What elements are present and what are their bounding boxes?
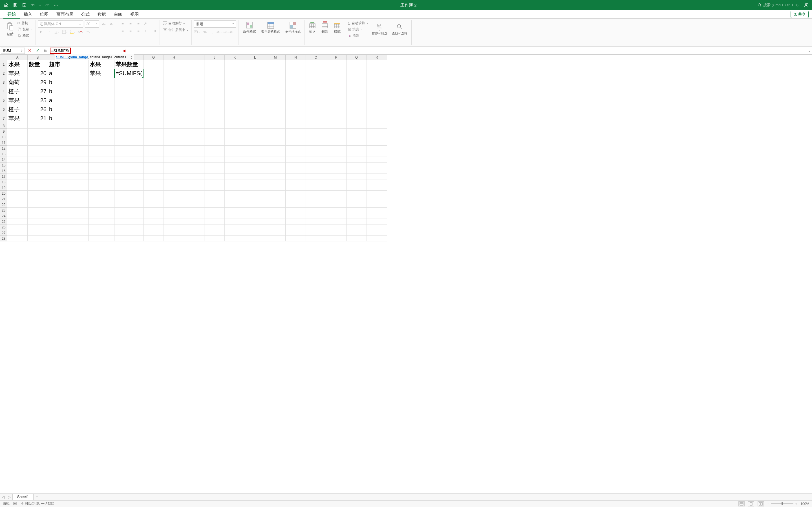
cut-button[interactable]: ✂剪切 [17,20,33,26]
cell[interactable] [306,105,326,114]
cell[interactable] [326,196,346,202]
col-header[interactable]: R [366,55,387,60]
cell[interactable] [366,213,387,219]
cell[interactable] [245,236,265,241]
fill-button[interactable]: 填充⌄ [347,26,369,32]
cell[interactable] [285,69,306,78]
cell[interactable] [245,219,265,224]
row-header[interactable]: 14 [0,157,7,163]
cell[interactable] [285,114,306,123]
cell[interactable] [204,230,224,236]
cell[interactable] [7,163,28,168]
cell[interactable] [68,213,89,219]
sort-filter-button[interactable]: 排序和筛选 [370,20,389,38]
cell[interactable] [224,78,245,87]
cell[interactable] [7,196,28,202]
cell[interactable] [265,78,285,87]
cell[interactable] [346,87,366,96]
cell[interactable] [68,105,89,114]
cell[interactable] [68,151,89,157]
col-header[interactable]: B [28,55,48,60]
decrease-decimal-icon[interactable]: .0→.00 [225,29,232,35]
cell[interactable] [224,202,245,208]
font-size-select[interactable]: 20⌄ [85,20,99,27]
cell[interactable] [143,87,163,96]
decrease-indent-icon[interactable]: ⇤ [143,27,149,34]
cell[interactable]: 苹果数量 [114,60,144,69]
cell[interactable]: 21 [28,114,48,123]
cell[interactable] [48,174,68,179]
cell[interactable] [48,129,68,134]
cell[interactable] [143,230,163,236]
tab-review[interactable]: 审阅 [110,10,126,18]
cell[interactable] [306,191,326,196]
cell[interactable] [245,60,265,69]
cell[interactable] [346,236,366,241]
cell[interactable] [265,105,285,114]
cell[interactable] [89,140,114,146]
cell[interactable] [366,219,387,224]
cell[interactable] [143,114,163,123]
cell[interactable] [306,96,326,105]
cell[interactable] [89,219,114,224]
cell[interactable] [143,179,163,185]
cell[interactable] [184,123,204,129]
cell[interactable] [245,163,265,168]
tab-draw[interactable]: 绘图 [36,10,52,18]
cell[interactable] [204,134,224,140]
cell[interactable] [346,96,366,105]
cell[interactable] [366,60,387,69]
cell[interactable] [89,123,114,129]
cell[interactable] [7,146,28,151]
cell[interactable] [163,230,184,236]
cell[interactable] [326,185,346,191]
cell[interactable] [68,224,89,230]
row-header[interactable]: 2 [0,69,7,78]
cell[interactable] [346,129,366,134]
cell[interactable] [326,174,346,179]
align-bottom-icon[interactable]: ≡ [135,20,142,26]
cell[interactable]: a [48,96,68,105]
cell[interactable] [366,151,387,157]
align-top-icon[interactable]: ≡ [119,20,126,26]
cell[interactable] [326,157,346,163]
more-icon[interactable]: ⋯ [52,2,59,8]
cell[interactable] [163,105,184,114]
cell[interactable] [163,78,184,87]
cell[interactable] [265,96,285,105]
row-header[interactable]: 23 [0,208,7,213]
comma-icon[interactable]: , [210,29,216,35]
cell[interactable]: =SUMIFS( [114,69,144,78]
font-name-select[interactable]: 思源黑体 CN⌄ [38,20,83,27]
cell[interactable] [326,236,346,241]
cell[interactable] [326,123,346,129]
cell[interactable] [163,202,184,208]
cell[interactable] [7,174,28,179]
row-header[interactable]: 19 [0,185,7,191]
cell[interactable] [143,140,163,146]
cell[interactable] [326,224,346,230]
cell[interactable] [89,191,114,196]
cell[interactable] [89,168,114,174]
cell[interactable] [366,114,387,123]
col-header[interactable]: I [184,55,204,60]
cell[interactable] [306,202,326,208]
cell[interactable] [114,151,144,157]
cell[interactable] [245,208,265,213]
row-header[interactable]: 10 [0,134,7,140]
cell[interactable] [265,174,285,179]
cell[interactable]: 25 [28,96,48,105]
cell[interactable] [224,157,245,163]
cell[interactable] [204,96,224,105]
cell[interactable] [48,140,68,146]
cell[interactable] [68,87,89,96]
cell[interactable] [265,60,285,69]
cell[interactable] [163,114,184,123]
row-header[interactable]: 22 [0,202,7,208]
cell[interactable] [265,236,285,241]
cell[interactable] [245,87,265,96]
cell[interactable] [285,202,306,208]
cell[interactable] [68,196,89,202]
cell[interactable] [48,168,68,174]
cell[interactable] [265,230,285,236]
